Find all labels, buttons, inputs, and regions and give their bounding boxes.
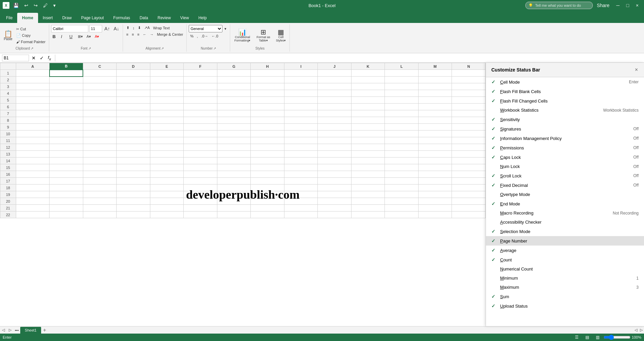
cell[interactable] xyxy=(284,178,318,184)
cell[interactable] xyxy=(50,205,83,211)
cell[interactable] xyxy=(16,184,50,191)
cell[interactable] xyxy=(117,70,150,77)
row-header-4[interactable]: 4 xyxy=(0,90,16,97)
insert-function-btn[interactable]: fx xyxy=(47,55,52,61)
cell[interactable] xyxy=(418,191,452,198)
add-sheet-btn[interactable]: + xyxy=(41,327,48,334)
cell[interactable] xyxy=(83,131,117,137)
col-header-g[interactable]: G xyxy=(217,63,251,70)
border-button[interactable]: ⊞▾ xyxy=(76,34,84,39)
cancel-formula-btn[interactable]: ✕ xyxy=(30,55,37,61)
row-header-18[interactable]: 18 xyxy=(0,184,16,191)
col-header-m[interactable]: M xyxy=(418,63,452,70)
formula-input[interactable] xyxy=(58,56,642,60)
cell[interactable] xyxy=(418,90,452,97)
cell[interactable] xyxy=(50,211,83,218)
cell[interactable] xyxy=(184,137,217,144)
cell-styles-btn[interactable]: ▦ CellStyles▾ xyxy=(274,28,287,43)
cell[interactable] xyxy=(452,198,486,205)
row-header-19[interactable]: 19 xyxy=(0,191,16,198)
cell[interactable] xyxy=(418,117,452,124)
cell[interactable] xyxy=(351,211,385,218)
cell[interactable] xyxy=(351,205,385,211)
cell[interactable] xyxy=(318,97,351,104)
cell[interactable] xyxy=(318,77,351,83)
cell[interactable] xyxy=(284,191,318,198)
number-expand-icon2[interactable]: ↗ xyxy=(213,47,216,50)
cell[interactable] xyxy=(318,90,351,97)
cell[interactable] xyxy=(318,131,351,137)
indent-inc-btn[interactable]: → xyxy=(149,32,155,37)
col-header-i[interactable]: I xyxy=(284,63,318,70)
number-expand-icon[interactable]: ▾ xyxy=(223,26,228,32)
cell[interactable] xyxy=(217,184,251,191)
cell[interactable] xyxy=(351,77,385,83)
col-header-f[interactable]: F xyxy=(184,63,217,70)
menu-item-23[interactable]: ✓Sum xyxy=(486,292,644,301)
cell[interactable] xyxy=(83,77,117,83)
cell[interactable] xyxy=(418,70,452,77)
cell[interactable] xyxy=(184,191,217,198)
menu-item-12[interactable]: Overtype Mode xyxy=(486,190,644,199)
col-header-d[interactable]: D xyxy=(117,63,150,70)
cell[interactable] xyxy=(16,158,50,164)
cell[interactable] xyxy=(452,70,486,77)
menu-item-6[interactable]: ✓Information Management PolicyOff xyxy=(486,134,644,143)
format-as-table-btn[interactable]: ⊞ Format asTable▾ xyxy=(253,28,273,43)
cell[interactable] xyxy=(351,110,385,117)
cell[interactable] xyxy=(117,131,150,137)
wrap-text-btn[interactable]: Wrap Text xyxy=(152,25,171,31)
cell[interactable] xyxy=(452,97,486,104)
cell[interactable] xyxy=(418,131,452,137)
cell[interactable] xyxy=(284,144,318,151)
cell[interactable] xyxy=(184,90,217,97)
cell[interactable] xyxy=(418,171,452,178)
cell[interactable] xyxy=(184,124,217,131)
cell[interactable] xyxy=(351,117,385,124)
row-header-11[interactable]: 11 xyxy=(0,137,16,144)
cell[interactable] xyxy=(117,137,150,144)
cell[interactable] xyxy=(452,137,486,144)
cell[interactable] xyxy=(351,104,385,110)
cell[interactable] xyxy=(385,178,419,184)
more-sheets-btn[interactable]: ••• xyxy=(13,328,20,332)
col-header-l[interactable]: L xyxy=(385,63,419,70)
row-header-3[interactable]: 3 xyxy=(0,83,16,90)
tab-home[interactable]: Home xyxy=(17,13,38,23)
cell[interactable] xyxy=(452,184,486,191)
col-header-k[interactable]: K xyxy=(351,63,385,70)
tab-formulas[interactable]: Formulas xyxy=(109,13,135,23)
cell[interactable] xyxy=(284,70,318,77)
cell[interactable] xyxy=(251,83,284,90)
menu-item-4[interactable]: ✓Sensitivity xyxy=(486,115,644,124)
cell[interactable] xyxy=(418,83,452,90)
cell[interactable] xyxy=(50,70,83,77)
cell[interactable] xyxy=(318,117,351,124)
row-header-2[interactable]: 2 xyxy=(0,77,16,83)
cell[interactable] xyxy=(452,90,486,97)
cell[interactable] xyxy=(50,198,83,205)
cell[interactable] xyxy=(150,110,184,117)
cell[interactable] xyxy=(418,137,452,144)
cell[interactable] xyxy=(284,137,318,144)
menu-item-24[interactable]: ✓Upload Status xyxy=(486,301,644,311)
cell[interactable] xyxy=(117,211,150,218)
cell[interactable] xyxy=(284,158,318,164)
cell[interactable] xyxy=(318,178,351,184)
scroll-left-btn2[interactable]: ◁ xyxy=(633,327,639,333)
cell[interactable] xyxy=(117,124,150,131)
cell[interactable] xyxy=(318,124,351,131)
cell[interactable] xyxy=(184,131,217,137)
cell[interactable] xyxy=(251,158,284,164)
cell[interactable] xyxy=(117,198,150,205)
col-header-c[interactable]: C xyxy=(83,63,117,70)
cell[interactable] xyxy=(184,178,217,184)
cell[interactable] xyxy=(351,131,385,137)
row-header-10[interactable]: 10 xyxy=(0,131,16,137)
cell[interactable] xyxy=(217,205,251,211)
tab-review[interactable]: Review xyxy=(153,13,175,23)
cell[interactable] xyxy=(251,211,284,218)
cell[interactable] xyxy=(117,205,150,211)
cell[interactable] xyxy=(83,198,117,205)
cell[interactable] xyxy=(385,164,419,171)
